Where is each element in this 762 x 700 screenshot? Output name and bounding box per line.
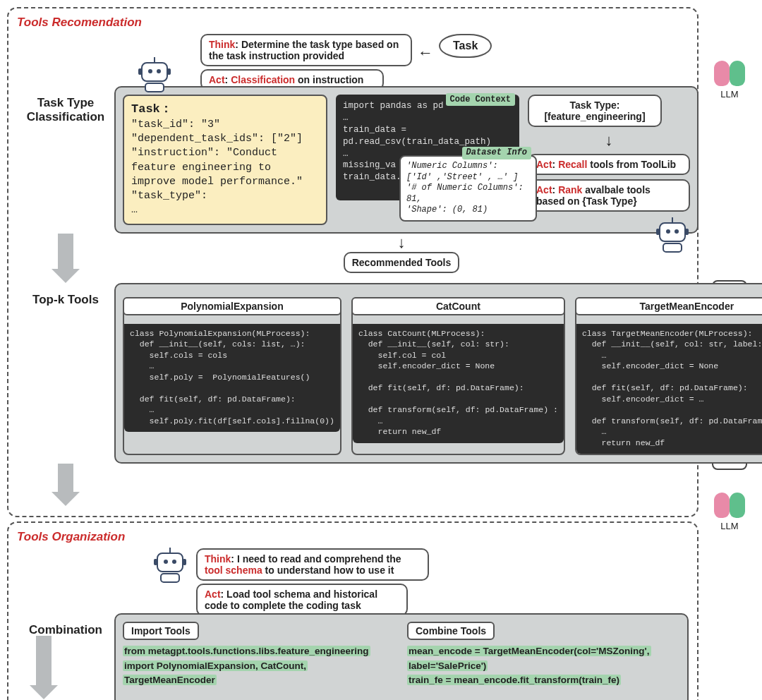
robot-icon — [151, 548, 189, 586]
tool-code-1: class PolynomialExpansion(MLProcess): de… — [124, 324, 340, 433]
classification-card: Task： "task_id": "3" "dependent_task_ids… — [114, 86, 698, 234]
act-bubble-recall: Act: Recall tools from ToolLib — [528, 154, 690, 175]
tool-code-2: class CatCount(MLProcess): def __init__(… — [353, 324, 564, 443]
robot-icon — [653, 218, 691, 256]
arrow-left-icon: ← — [418, 44, 433, 62]
brain-icon — [714, 61, 745, 88]
brain-icon — [714, 493, 745, 519]
recommendation-title: Tools Recomendation — [17, 16, 689, 30]
flow-arrow-down-icon — [30, 636, 58, 699]
task-json-box: Task： "task_id": "3" "dependent_task_ids… — [123, 95, 327, 225]
combine-tools-header: Combine Tools — [407, 622, 495, 640]
tool-target-mean-encoder: TargetMeanEncoder class TargetMeanEncode… — [575, 297, 762, 456]
code-context-label: Code Context — [446, 93, 515, 106]
import-tools-header: Import Tools — [123, 622, 199, 640]
task-cloud: Task — [439, 34, 492, 58]
label-task-type-classification: Task Type Classification — [17, 86, 114, 133]
recommended-tools-label: Recommended Tools — [344, 252, 460, 273]
recommendation-panel: Tools Recomendation Think: Determine the… — [7, 7, 698, 517]
flow-arrow-down-icon — [52, 234, 80, 283]
dataset-info-box: Dataset Info 'Numeric Columns': ['Id' ,'… — [399, 155, 537, 222]
task-type-output: Task Type: [feature_engineering] — [528, 95, 662, 127]
combination-card: Import Tools from metagpt.tools.function… — [114, 613, 689, 700]
llm-label: LLM — [704, 89, 755, 99]
top-k-card: PolynomialExpansion class PolynomialExpa… — [114, 283, 762, 464]
flow-arrow-down-icon — [52, 464, 80, 506]
arrow-down-icon: ↓ — [605, 131, 613, 150]
tool-code-3: class TargetMeanEncoder(MLProcess): def … — [576, 324, 762, 454]
robot-icon — [135, 58, 174, 96]
tool-polynomial-expansion: PolynomialExpansion class PolynomialExpa… — [123, 297, 341, 456]
organization-panel: Tools Organization Think: I need to read… — [7, 521, 698, 700]
act-bubble-rank: Act: Rank avalbale tools based on {Task … — [528, 179, 690, 212]
combine-tools-code: mean_encode = TargetMeanEncoder(col='MSZ… — [407, 644, 680, 700]
think-bubble-task-type: Think: Determine the task type based on … — [200, 34, 412, 66]
tool-catcount: CatCount class CatCount(MLProcess): def … — [351, 297, 565, 456]
arrow-down-icon: ↓ — [114, 234, 689, 252]
act-bubble-load-schema: Act: Load tool schema and historical cod… — [196, 584, 408, 616]
think-bubble-schema: Think: I need to read and comprehend the… — [196, 548, 429, 581]
dataset-info-label: Dataset Info — [462, 147, 531, 159]
organization-title: Tools Organization — [17, 530, 689, 544]
llm-label-2: LLM — [704, 521, 755, 531]
import-tools-code: from metagpt.tools.functions.libs.featur… — [123, 644, 396, 700]
label-top-k-tools: Top-k Tools — [17, 283, 114, 317]
